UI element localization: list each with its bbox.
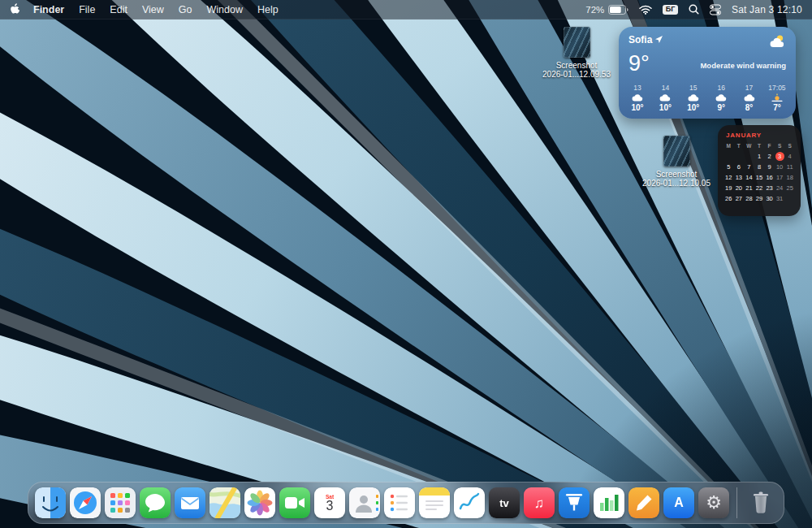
calendar-day: 21 xyxy=(744,183,754,193)
facetime-dock-icon[interactable] xyxy=(279,487,310,518)
calendar-grid: MTWTFSS123456789101112131415161718192021… xyxy=(723,141,795,203)
calendar-widget[interactable]: JANUARY MTWTFSS1234567891011121314151617… xyxy=(718,125,801,216)
menu-finder[interactable]: Finder xyxy=(33,4,64,15)
calendar-day: 30 xyxy=(764,193,775,203)
calendar-month-label: JANUARY xyxy=(726,132,795,139)
notes-dock-icon[interactable] xyxy=(419,487,450,518)
calendar-day: 18 xyxy=(784,172,795,182)
spotlight-search-icon[interactable] xyxy=(689,4,699,15)
keynote-dock-icon[interactable] xyxy=(559,487,590,518)
battery-status[interactable]: 72% xyxy=(585,5,628,15)
forecast-hour: 17:057° xyxy=(767,84,788,112)
menu-bar-clock[interactable]: Sat Jan 3 12:10 xyxy=(732,4,802,15)
numbers-dock-icon[interactable] xyxy=(594,487,624,518)
calendar-day: 13 xyxy=(734,172,745,182)
calendar-day: 12 xyxy=(723,172,734,182)
calendar-weekday: S xyxy=(775,141,785,150)
forecast-hour: 1410° xyxy=(654,84,676,112)
calendar-day-empty xyxy=(734,151,745,161)
calendar-day: 20 xyxy=(734,183,745,193)
trash-dock-icon[interactable] xyxy=(745,487,777,518)
calendar-day-empty xyxy=(723,151,734,161)
appstore-dock-icon[interactable]: A xyxy=(663,487,694,518)
calendar-day-empty xyxy=(744,151,754,161)
menu-view[interactable]: View xyxy=(142,4,164,15)
calendar-weekday: T xyxy=(754,141,765,150)
battery-percentage: 72% xyxy=(585,5,604,15)
menu-go[interactable]: Go xyxy=(179,4,192,15)
calendar-day: 11 xyxy=(784,162,795,171)
screenshot-file-1[interactable]: Screenshot 2026-01...12.09.53 xyxy=(538,27,615,79)
calendar-weekday: M xyxy=(723,141,734,150)
calendar-day: 16 xyxy=(764,172,775,182)
calendar-weekday: S xyxy=(784,141,795,150)
forecast-hour: 169° xyxy=(710,84,732,112)
messages-dock-icon[interactable] xyxy=(140,487,171,518)
calendar-day: 2 xyxy=(764,151,775,161)
calendar-weekday: T xyxy=(734,141,745,150)
calendar-day: 22 xyxy=(754,183,765,193)
calendar-day: 6 xyxy=(734,162,745,171)
calendar-day: 26 xyxy=(723,193,734,203)
calendar-day: 23 xyxy=(764,183,775,193)
forecast-hour: 1310° xyxy=(627,84,648,112)
menu-help[interactable]: Help xyxy=(257,4,279,15)
music-dock-icon[interactable]: ♫ xyxy=(524,487,555,518)
calendar-day: 31 xyxy=(775,193,785,203)
calendar-day: 15 xyxy=(754,172,765,182)
launchpad-dock-icon[interactable] xyxy=(105,487,136,518)
finder-dock-icon[interactable] xyxy=(35,487,66,518)
calendar-weekday: W xyxy=(744,141,754,150)
calendar-day: 4 xyxy=(784,151,795,161)
calendar-day: 3 xyxy=(775,151,785,161)
calendar-day: 8 xyxy=(754,162,765,171)
tv-dock-icon[interactable]: tv xyxy=(489,487,520,518)
forecast-hour: 1510° xyxy=(683,84,704,112)
calendar-weekday: F xyxy=(764,141,775,150)
settings-dock-icon[interactable]: ⚙ xyxy=(698,487,729,518)
photos-dock-icon[interactable] xyxy=(244,487,275,518)
menu-bar: FinderFileEditViewGoWindowHelp 72% БГ xyxy=(0,0,812,19)
menu-window[interactable]: Window xyxy=(206,4,242,15)
maps-dock-icon[interactable] xyxy=(209,487,240,518)
calendar-day: 19 xyxy=(723,183,734,193)
calendar-day: 1 xyxy=(754,151,765,161)
calendar-dock-icon[interactable]: Sat3 xyxy=(314,487,345,518)
reminders-dock-icon[interactable] xyxy=(384,487,415,518)
screenshot-file-1-thumbnail[interactable] xyxy=(564,27,590,58)
calendar-day: 9 xyxy=(764,162,775,171)
calendar-day: 24 xyxy=(775,183,785,193)
calendar-day: 7 xyxy=(744,162,754,171)
screenshot-file-1-label: Screenshot 2026-01...12.09.53 xyxy=(542,61,611,79)
mail-dock-icon[interactable] xyxy=(175,487,205,518)
input-source-badge[interactable]: БГ xyxy=(663,5,678,15)
battery-icon xyxy=(608,5,628,15)
weather-warning: Moderate wind warning xyxy=(700,61,786,70)
calendar-day: 10 xyxy=(775,162,785,171)
wifi-icon[interactable] xyxy=(639,5,652,15)
freeform-dock-icon[interactable] xyxy=(454,487,485,518)
menu-file[interactable]: File xyxy=(79,4,95,15)
calendar-day-empty xyxy=(784,193,795,203)
dock: Sat3tv♫A⚙ xyxy=(28,482,784,524)
screenshot-file-2-thumbnail[interactable] xyxy=(663,136,690,167)
calendar-day: 25 xyxy=(784,183,795,193)
weather-condition-icon xyxy=(768,34,786,51)
screenshot-file-2-label: Screenshot 2026-01...12.10.05 xyxy=(642,170,710,188)
contacts-dock-icon[interactable] xyxy=(349,487,380,518)
calendar-day: 5 xyxy=(723,162,734,171)
calendar-day: 17 xyxy=(775,172,785,182)
screenshot-file-2[interactable]: Screenshot 2026-01...12.10.05 xyxy=(637,136,715,188)
safari-dock-icon[interactable] xyxy=(70,487,101,518)
dock-separator xyxy=(736,487,737,518)
calendar-day: 27 xyxy=(734,193,745,203)
control-center-icon[interactable] xyxy=(710,4,721,15)
calendar-day: 29 xyxy=(754,193,765,203)
weather-widget[interactable]: Sofia 9° Moderate wind warning 1310°1410… xyxy=(619,27,796,119)
menu-edit[interactable]: Edit xyxy=(110,4,127,15)
calendar-day: 28 xyxy=(744,193,754,203)
weather-location: Sofia xyxy=(628,34,652,45)
weather-hourly: 1310°1410°1510°169°178°17:057° xyxy=(627,84,788,112)
pages-dock-icon[interactable] xyxy=(628,487,659,518)
apple-menu-icon[interactable] xyxy=(10,3,20,15)
